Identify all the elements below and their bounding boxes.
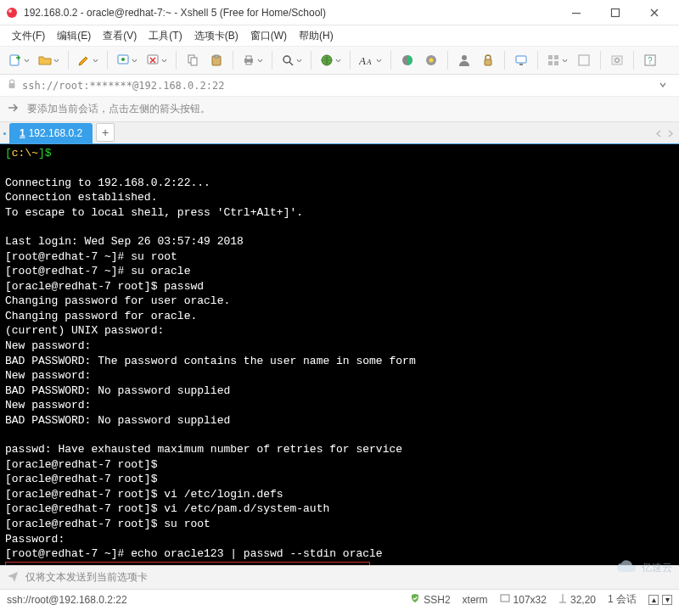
separator — [390, 51, 391, 70]
tab-label: 192.168.0.2 — [29, 127, 82, 139]
status-sessions: 1 会话 — [608, 592, 637, 607]
svg-rect-14 — [246, 62, 251, 64]
tab-nav-next-icon[interactable] — [666, 128, 674, 140]
terminal-line: Connecting to 192.168.0.2:22... — [5, 176, 674, 191]
address-text[interactable]: ssh://root:*******@192.168.0.2:22 — [22, 80, 648, 92]
minimize-button[interactable] — [557, 0, 596, 25]
svg-text:A: A — [359, 54, 366, 67]
user-icon[interactable] — [453, 49, 475, 71]
open-icon[interactable] — [35, 49, 63, 71]
toolbar: AA ? — [0, 46, 679, 75]
add-tab-button[interactable]: + — [96, 123, 115, 142]
status-cursor-label: 32,20 — [570, 594, 596, 606]
svg-rect-3 — [612, 8, 620, 16]
globe-icon[interactable] — [317, 49, 345, 71]
svg-text:?: ? — [648, 56, 653, 65]
arrow-enter-icon[interactable] — [7, 101, 20, 117]
terminal[interactable]: [c:\~]$Connecting to 192.168.0.2:22...Co… — [0, 144, 679, 565]
terminal-line: [c:\~]$ — [5, 146, 674, 161]
svg-rect-26 — [548, 55, 553, 59]
status-ssh-label: SSH2 — [424, 594, 450, 606]
print-icon[interactable] — [238, 49, 267, 71]
copy-icon[interactable] — [182, 49, 204, 71]
svg-rect-36 — [501, 595, 509, 602]
properties-icon[interactable] — [74, 49, 102, 71]
menu-file[interactable]: 文件(F) — [7, 26, 50, 46]
terminal-line: Connection established. — [5, 190, 674, 205]
svg-rect-31 — [612, 56, 622, 64]
tile-icon[interactable] — [543, 49, 571, 71]
svg-rect-27 — [554, 55, 558, 59]
terminal-line: [oracle@redhat-7 root]$ passwd — [5, 279, 674, 294]
status-ssh: SSH2 — [410, 593, 450, 606]
terminal-line: [oracle@redhat-7 root]$ vi /etc/login.de… — [5, 487, 674, 502]
svg-rect-11 — [215, 55, 218, 58]
tab-session-1[interactable]: 1 192.168.0.2 — [9, 123, 93, 143]
status-nav: ▴ ▾ — [648, 595, 672, 605]
status-winsize-label: 107x32 — [513, 594, 547, 606]
status-cursor: 32,20 — [558, 593, 596, 606]
monitor-icon[interactable] — [510, 49, 532, 71]
svg-rect-28 — [548, 61, 553, 65]
separator — [311, 51, 311, 70]
new-session-icon[interactable] — [5, 49, 33, 71]
full-screen-icon[interactable] — [573, 49, 595, 71]
close-button[interactable] — [635, 0, 674, 25]
terminal-line: passwd: Have exhausted maximum number of… — [5, 442, 674, 457]
highlight-icon[interactable] — [420, 49, 442, 71]
find-icon[interactable] — [278, 49, 306, 71]
separator — [447, 51, 448, 70]
menu-view[interactable]: 查看(V) — [98, 26, 142, 46]
maximize-button[interactable] — [596, 0, 635, 25]
svg-rect-13 — [246, 56, 251, 59]
status-nav-down-icon[interactable]: ▾ — [662, 595, 672, 605]
terminal-line: BAD PASSWORD: No password supplied — [5, 413, 674, 428]
hintbar: 要添加当前会话，点击左侧的箭头按钮。 — [0, 97, 679, 122]
send-icon[interactable] — [7, 570, 19, 585]
terminal-line: [root@redhat-7 ~]# su oracle — [5, 264, 674, 279]
lock-icon[interactable] — [477, 49, 499, 71]
svg-rect-29 — [554, 61, 558, 65]
tabstrip: 1 192.168.0.2 + — [0, 122, 679, 144]
svg-rect-23 — [485, 59, 491, 65]
terminal-line: New password: — [5, 339, 674, 354]
separator — [233, 51, 233, 70]
terminal-line: BAD PASSWORD: No password supplied — [5, 384, 674, 399]
compose-hint: 仅将文本发送到当前选项卡 — [25, 570, 148, 585]
svg-rect-4 — [10, 55, 19, 65]
svg-text:A: A — [366, 58, 372, 66]
terminal-line: To escape to local shell, press 'Ctrl+Al… — [5, 205, 674, 221]
terminal-line: New password: — [5, 368, 674, 384]
help-icon[interactable]: ? — [639, 49, 661, 71]
terminal-line: Password: — [5, 532, 674, 547]
svg-rect-35 — [9, 83, 15, 88]
svg-rect-9 — [191, 58, 197, 65]
font-icon[interactable]: AA — [356, 49, 385, 71]
address-dropdown-icon[interactable] — [654, 80, 672, 92]
menu-tabs[interactable]: 选项卡(B) — [189, 26, 244, 46]
shield-check-icon — [410, 593, 420, 606]
terminal-line: [oracle@redhat-7 root]$ — [5, 472, 674, 487]
terminal-line: [root@redhat-7 ~]# su root — [5, 249, 674, 265]
separator — [633, 51, 634, 70]
options-icon[interactable] — [606, 49, 628, 71]
addressbar: ssh://root:*******@192.168.0.2:22 — [0, 75, 679, 97]
status-nav-up-icon[interactable]: ▴ — [648, 595, 659, 605]
svg-point-6 — [121, 58, 125, 61]
menu-tools[interactable]: 工具(T) — [143, 26, 187, 46]
tab-nav-prev-icon[interactable] — [655, 128, 663, 140]
separator — [107, 51, 108, 70]
disconnect-icon[interactable] — [143, 49, 171, 71]
svg-point-15 — [283, 56, 290, 63]
paste-icon[interactable] — [205, 49, 227, 71]
hint-text: 要添加当前会话，点击左侧的箭头按钮。 — [27, 102, 210, 116]
separator — [350, 51, 351, 70]
color-scheme-icon[interactable] — [396, 49, 418, 71]
separator — [504, 51, 505, 70]
menu-help[interactable]: 帮助(H) — [294, 26, 339, 46]
reconnect-icon[interactable] — [113, 49, 141, 71]
menu-window[interactable]: 窗口(W) — [245, 26, 292, 46]
terminal-line: BAD PASSWORD: The password contains the … — [5, 354, 674, 369]
menu-edit[interactable]: 编辑(E) — [52, 26, 96, 46]
svg-rect-2 — [572, 13, 581, 14]
